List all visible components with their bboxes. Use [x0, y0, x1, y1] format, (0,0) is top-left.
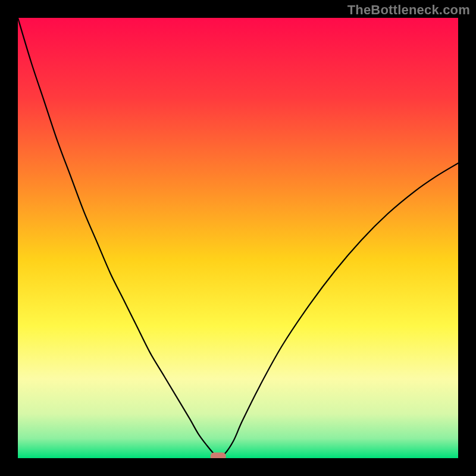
optimal-point-marker: [211, 453, 226, 459]
watermark-text: TheBottleneck.com: [347, 2, 470, 18]
bottleneck-plot: [18, 18, 458, 458]
chart-frame: TheBottleneck.com: [0, 0, 476, 476]
plot-background: [18, 18, 458, 458]
